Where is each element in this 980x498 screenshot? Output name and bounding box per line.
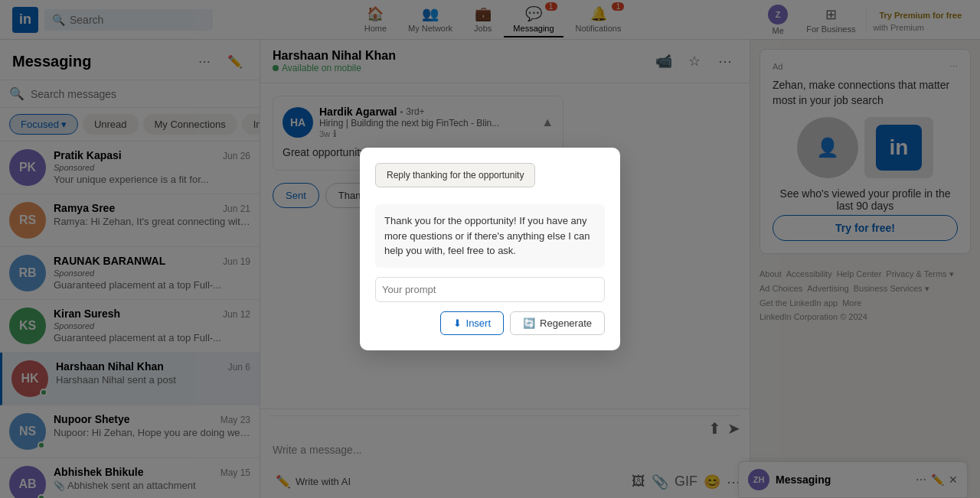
ai-reply-modal: Reply thanking for the opportunity Thank… (360, 148, 620, 350)
modal-regenerate-button[interactable]: 🔄 Regenerate (510, 311, 605, 335)
insert-label: Insert (466, 317, 492, 329)
regenerate-icon: 🔄 (523, 317, 535, 329)
regenerate-label: Regenerate (540, 317, 592, 329)
insert-icon: ⬇ (453, 317, 462, 329)
modal-generated-text: Thank you for the opportunity! If you ha… (375, 204, 605, 268)
modal-overlay[interactable]: Reply thanking for the opportunity Thank… (0, 0, 980, 498)
suggestion-button[interactable]: Reply thanking for the opportunity (375, 163, 535, 187)
modal-insert-button[interactable]: ⬇ Insert (440, 311, 505, 335)
modal-prompt-input[interactable] (375, 277, 605, 302)
modal-actions: ⬇ Insert 🔄 Regenerate (375, 311, 605, 335)
